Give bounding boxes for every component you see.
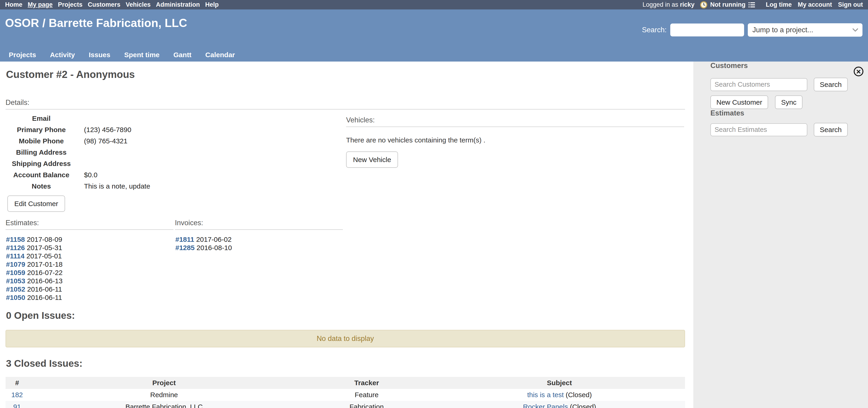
column-header-id: # bbox=[5, 377, 29, 389]
top-menu-item[interactable]: Vehicles bbox=[126, 1, 151, 8]
search-customers-input[interactable] bbox=[710, 78, 807, 91]
invoice-link[interactable]: #1285 bbox=[175, 244, 194, 251]
estimate-date: 2016-06-13 bbox=[27, 277, 63, 285]
top-menu-bar: Home My page Projects Customers Vehicles… bbox=[0, 0, 868, 9]
estimate-link[interactable]: #1053 bbox=[6, 277, 25, 285]
right-sidebar: × Customers Search New Customer Sync Est… bbox=[693, 62, 868, 408]
details-value bbox=[77, 158, 181, 169]
issue-tracker-cell: Fabrication bbox=[300, 401, 434, 408]
top-menu-right: Logged in as ricky Not running Log time … bbox=[643, 1, 863, 8]
logged-in-prefix: Logged in as bbox=[643, 1, 678, 8]
estimate-item: #1059 2016-07-22 bbox=[6, 269, 174, 277]
top-menu-item[interactable]: Home bbox=[5, 1, 22, 8]
estimates-search-button[interactable]: Search bbox=[814, 123, 848, 136]
estimate-link[interactable]: #1052 bbox=[6, 285, 25, 293]
top-menu-action[interactable]: Log time bbox=[766, 1, 792, 8]
top-menu-item[interactable]: Customers bbox=[88, 1, 120, 8]
closed-issues-table: # Project Tracker Subject 182 Redmine Fe… bbox=[5, 377, 685, 408]
top-menu-item[interactable]: Projects bbox=[58, 1, 83, 8]
issue-tracker-cell: Feature bbox=[300, 389, 434, 401]
invoices-heading: Invoices: bbox=[175, 219, 343, 227]
edit-customer-button[interactable]: Edit Customer bbox=[7, 196, 65, 212]
details-value: (98) 765-4321 bbox=[77, 135, 181, 146]
estimate-link[interactable]: #1114 bbox=[6, 252, 25, 260]
details-value: (123) 456-7890 bbox=[77, 124, 181, 135]
details-row: Notes This is a note, update bbox=[5, 180, 181, 192]
sync-button[interactable]: Sync bbox=[775, 95, 803, 109]
estimate-link[interactable]: #1126 bbox=[6, 244, 25, 251]
issue-subject-link[interactable]: Rocker Panels bbox=[523, 403, 568, 408]
issue-id-cell: 91 bbox=[5, 401, 29, 408]
search-estimates-input[interactable] bbox=[710, 123, 807, 136]
estimate-link[interactable]: #1059 bbox=[6, 269, 25, 276]
new-customer-button[interactable]: New Customer bbox=[710, 95, 768, 109]
estimate-item: #1114 2017-05-01 bbox=[6, 252, 174, 260]
invoice-link[interactable]: #1811 bbox=[175, 236, 194, 243]
issue-id-cell: 182 bbox=[5, 389, 29, 401]
details-heading: Details: bbox=[5, 98, 685, 107]
divider bbox=[346, 127, 684, 127]
table-header-row: # Project Tracker Subject bbox=[5, 377, 685, 389]
estimate-item: #1050 2016-06-11 bbox=[6, 294, 174, 302]
column-header-project: Project bbox=[29, 377, 300, 389]
project-jump-value: Jump to a project... bbox=[752, 26, 813, 34]
top-menu-item[interactable]: Administration bbox=[156, 1, 200, 8]
customers-search-button[interactable]: Search bbox=[814, 78, 848, 91]
invoices-list: #1811 2017-06-02 #1285 2016-08-10 bbox=[175, 235, 343, 252]
logged-in-text: Logged in as ricky bbox=[643, 1, 694, 8]
vehicles-empty-text: There are no vehicles containing the ter… bbox=[346, 136, 684, 144]
issue-id-link[interactable]: 91 bbox=[13, 403, 21, 408]
details-value bbox=[77, 146, 181, 158]
table-row: 91 Barrette Fabrication, LLC Fabrication… bbox=[5, 401, 685, 408]
issue-subject-link[interactable]: this is a test bbox=[527, 391, 564, 399]
main-menu-tab[interactable]: Gantt bbox=[174, 51, 191, 59]
sidebar-customers-heading: Customers bbox=[710, 62, 868, 70]
estimate-link[interactable]: #1050 bbox=[6, 294, 25, 301]
sidebar-estimates-heading: Estimates bbox=[710, 109, 868, 117]
main-menu-tab[interactable]: Activity bbox=[50, 51, 75, 59]
top-menu-item[interactable]: My page bbox=[28, 1, 53, 8]
details-value: This is a note, update bbox=[77, 180, 181, 192]
divider bbox=[175, 229, 343, 230]
main-menu-tab[interactable]: Issues bbox=[89, 51, 110, 59]
details-label: Notes bbox=[5, 180, 77, 192]
invoice-item: #1285 2016-08-10 bbox=[175, 244, 343, 252]
close-icon[interactable]: × bbox=[854, 67, 863, 76]
top-menu-action[interactable]: Sign out bbox=[838, 1, 863, 8]
issue-status-suffix: (Closed) bbox=[568, 403, 596, 408]
main-content: Customer #2 - Anonymous Details: Email P… bbox=[0, 62, 693, 408]
page-title: Customer #2 - Anonymous bbox=[6, 68, 685, 80]
issue-id-link[interactable]: 182 bbox=[11, 391, 23, 399]
top-menu-item[interactable]: Help bbox=[205, 1, 219, 8]
details-row: Mobile Phone (98) 765-4321 bbox=[5, 135, 181, 146]
app-header: OSOR / Barrette Fabrication, LLC Search:… bbox=[0, 9, 868, 62]
estimates-section: Estimates: #1158 2017-08-09 #1126 2017-0… bbox=[5, 219, 174, 302]
main-menu-tab[interactable]: Spent time bbox=[124, 51, 159, 59]
estimate-item: #1079 2017-01-18 bbox=[6, 260, 174, 269]
timer-list-icon[interactable] bbox=[748, 2, 755, 8]
estimate-link[interactable]: #1158 bbox=[6, 236, 25, 243]
issue-subject-cell: Rocker Panels (Closed) bbox=[434, 401, 685, 408]
customer-details-table: Email Primary Phone (123) 456-7890 Mobil… bbox=[5, 113, 181, 192]
estimate-link[interactable]: #1079 bbox=[6, 261, 25, 268]
main-menu-tab[interactable]: Calendar bbox=[205, 51, 235, 59]
invoice-date: 2016-08-10 bbox=[196, 244, 232, 251]
new-vehicle-button[interactable]: New Vehicle bbox=[346, 151, 398, 168]
table-row: 182 Redmine Feature this is a test (Clos… bbox=[5, 389, 685, 401]
estimate-date: 2016-06-11 bbox=[27, 285, 62, 293]
details-value: $0.0 bbox=[77, 169, 181, 180]
project-jump-select[interactable]: Jump to a project... bbox=[748, 23, 863, 37]
search-input[interactable] bbox=[670, 24, 744, 36]
clock-icon bbox=[700, 1, 707, 8]
chevron-down-icon bbox=[852, 28, 858, 32]
header-search-area: Search: Jump to a project... bbox=[642, 23, 863, 37]
main-menu-tab[interactable]: Projects bbox=[9, 51, 36, 59]
top-menu: Home My page Projects Customers Vehicles… bbox=[5, 1, 219, 8]
estimate-item: #1158 2017-08-09 bbox=[6, 235, 174, 244]
top-menu-action[interactable]: My account bbox=[798, 1, 832, 8]
details-row: Shipping Address bbox=[5, 158, 181, 169]
estimate-item: #1126 2017-05-31 bbox=[6, 244, 174, 252]
vehicles-section: Vehicles: There are no vehicles containi… bbox=[346, 116, 684, 168]
estimate-date: 2016-07-22 bbox=[27, 269, 63, 276]
invoices-section: Invoices: #1811 2017-06-02 #1285 2016-08… bbox=[175, 219, 343, 302]
